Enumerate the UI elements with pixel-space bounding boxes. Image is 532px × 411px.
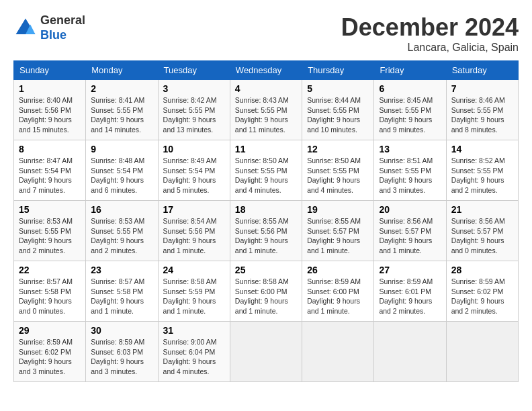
calendar-cell: 14Sunrise: 8:52 AMSunset: 5:55 PMDayligh… bbox=[446, 140, 518, 201]
weekday-header-wednesday: Wednesday bbox=[230, 61, 302, 80]
day-detail: Sunrise: 8:59 AMSunset: 6:03 PMDaylight:… bbox=[91, 337, 152, 377]
weekday-header-row: SundayMondayTuesdayWednesdayThursdayFrid… bbox=[14, 61, 519, 80]
weekday-header-friday: Friday bbox=[374, 61, 446, 80]
day-detail: Sunrise: 8:56 AMSunset: 5:57 PMDaylight:… bbox=[451, 216, 513, 256]
calendar-cell: 23Sunrise: 8:57 AMSunset: 5:58 PMDayligh… bbox=[86, 261, 158, 322]
day-detail: Sunrise: 8:57 AMSunset: 5:58 PMDaylight:… bbox=[91, 277, 152, 316]
calendar-cell: 25Sunrise: 8:58 AMSunset: 6:00 PMDayligh… bbox=[230, 261, 302, 322]
day-detail: Sunrise: 8:42 AMSunset: 5:55 PMDaylight:… bbox=[163, 95, 225, 135]
calendar-cell: 30Sunrise: 8:59 AMSunset: 6:03 PMDayligh… bbox=[86, 322, 158, 382]
calendar-cell: 10Sunrise: 8:49 AMSunset: 5:54 PMDayligh… bbox=[158, 140, 230, 201]
calendar-cell: 5Sunrise: 8:44 AMSunset: 5:55 PMDaylight… bbox=[302, 80, 374, 140]
day-number: 20 bbox=[379, 204, 441, 215]
day-detail: Sunrise: 8:54 AMSunset: 5:56 PMDaylight:… bbox=[163, 216, 225, 256]
day-number: 28 bbox=[451, 265, 513, 275]
day-number: 19 bbox=[307, 204, 369, 215]
logo-text: General Blue bbox=[40, 13, 85, 42]
calendar-table: SundayMondayTuesdayWednesdayThursdayFrid… bbox=[13, 60, 519, 382]
day-detail: Sunrise: 8:47 AMSunset: 5:54 PMDaylight:… bbox=[19, 156, 81, 195]
day-detail: Sunrise: 8:59 AMSunset: 6:01 PMDaylight:… bbox=[379, 277, 441, 316]
day-number: 14 bbox=[451, 144, 513, 154]
day-number: 11 bbox=[235, 144, 297, 154]
calendar-cell: 15Sunrise: 8:53 AMSunset: 5:55 PMDayligh… bbox=[14, 201, 86, 261]
title-block: December 2024 Lancara, Galicia, Spain bbox=[341, 13, 519, 54]
day-detail: Sunrise: 8:57 AMSunset: 5:58 PMDaylight:… bbox=[19, 277, 81, 316]
day-number: 21 bbox=[451, 204, 513, 215]
day-detail: Sunrise: 8:43 AMSunset: 5:55 PMDaylight:… bbox=[235, 95, 297, 135]
day-detail: Sunrise: 8:44 AMSunset: 5:55 PMDaylight:… bbox=[307, 95, 369, 135]
calendar-week-row: 1Sunrise: 8:40 AMSunset: 5:56 PMDaylight… bbox=[14, 80, 519, 140]
calendar-cell: 18Sunrise: 8:55 AMSunset: 5:56 PMDayligh… bbox=[230, 201, 302, 261]
day-detail: Sunrise: 8:51 AMSunset: 5:55 PMDaylight:… bbox=[379, 156, 441, 195]
calendar-cell bbox=[302, 322, 374, 382]
weekday-header-thursday: Thursday bbox=[302, 61, 374, 80]
day-detail: Sunrise: 8:58 AMSunset: 6:00 PMDaylight:… bbox=[235, 277, 297, 316]
calendar-cell: 22Sunrise: 8:57 AMSunset: 5:58 PMDayligh… bbox=[14, 261, 86, 322]
logo: General Blue bbox=[13, 13, 85, 42]
calendar-cell: 21Sunrise: 8:56 AMSunset: 5:57 PMDayligh… bbox=[446, 201, 518, 261]
calendar-cell: 7Sunrise: 8:46 AMSunset: 5:55 PMDaylight… bbox=[446, 80, 518, 140]
day-detail: Sunrise: 8:53 AMSunset: 5:55 PMDaylight:… bbox=[91, 216, 152, 256]
day-number: 25 bbox=[235, 265, 297, 275]
day-number: 3 bbox=[163, 83, 225, 94]
day-number: 12 bbox=[307, 144, 369, 154]
day-detail: Sunrise: 8:41 AMSunset: 5:55 PMDaylight:… bbox=[91, 95, 152, 135]
day-number: 5 bbox=[307, 83, 369, 94]
day-number: 27 bbox=[379, 265, 441, 275]
day-number: 16 bbox=[91, 204, 152, 215]
day-number: 18 bbox=[235, 204, 297, 215]
calendar-cell: 13Sunrise: 8:51 AMSunset: 5:55 PMDayligh… bbox=[374, 140, 446, 201]
day-number: 15 bbox=[19, 204, 81, 215]
day-detail: Sunrise: 8:40 AMSunset: 5:56 PMDaylight:… bbox=[19, 95, 81, 135]
day-detail: Sunrise: 8:46 AMSunset: 5:55 PMDaylight:… bbox=[451, 95, 513, 135]
calendar-week-row: 22Sunrise: 8:57 AMSunset: 5:58 PMDayligh… bbox=[14, 261, 519, 322]
month-year-title: December 2024 bbox=[341, 13, 519, 42]
day-detail: Sunrise: 8:59 AMSunset: 6:02 PMDaylight:… bbox=[19, 337, 81, 377]
calendar-week-row: 8Sunrise: 8:47 AMSunset: 5:54 PMDaylight… bbox=[14, 140, 519, 201]
calendar-cell: 24Sunrise: 8:58 AMSunset: 5:59 PMDayligh… bbox=[158, 261, 230, 322]
day-number: 17 bbox=[163, 204, 225, 215]
weekday-header-sunday: Sunday bbox=[14, 61, 86, 80]
day-number: 8 bbox=[19, 144, 81, 154]
calendar-header: SundayMondayTuesdayWednesdayThursdayFrid… bbox=[14, 61, 519, 80]
day-number: 23 bbox=[91, 265, 152, 275]
day-detail: Sunrise: 8:59 AMSunset: 6:02 PMDaylight:… bbox=[451, 277, 513, 316]
calendar-cell: 9Sunrise: 8:48 AMSunset: 5:54 PMDaylight… bbox=[86, 140, 158, 201]
day-detail: Sunrise: 8:45 AMSunset: 5:55 PMDaylight:… bbox=[379, 95, 441, 135]
day-number: 26 bbox=[307, 265, 369, 275]
calendar-cell: 16Sunrise: 8:53 AMSunset: 5:55 PMDayligh… bbox=[86, 201, 158, 261]
calendar-cell bbox=[230, 322, 302, 382]
location-subtitle: Lancara, Galicia, Spain bbox=[341, 42, 519, 54]
calendar-cell: 26Sunrise: 8:59 AMSunset: 6:00 PMDayligh… bbox=[302, 261, 374, 322]
day-number: 30 bbox=[91, 325, 152, 336]
day-number: 2 bbox=[91, 83, 152, 94]
calendar-cell bbox=[446, 322, 518, 382]
day-number: 4 bbox=[235, 83, 297, 94]
day-detail: Sunrise: 8:52 AMSunset: 5:55 PMDaylight:… bbox=[451, 156, 513, 195]
day-number: 9 bbox=[91, 144, 152, 154]
calendar-cell: 8Sunrise: 8:47 AMSunset: 5:54 PMDaylight… bbox=[14, 140, 86, 201]
day-detail: Sunrise: 8:53 AMSunset: 5:55 PMDaylight:… bbox=[19, 216, 81, 256]
calendar-cell: 28Sunrise: 8:59 AMSunset: 6:02 PMDayligh… bbox=[446, 261, 518, 322]
calendar-body: 1Sunrise: 8:40 AMSunset: 5:56 PMDaylight… bbox=[14, 80, 519, 382]
day-number: 22 bbox=[19, 265, 81, 275]
day-detail: Sunrise: 9:00 AMSunset: 6:04 PMDaylight:… bbox=[163, 337, 225, 377]
weekday-header-tuesday: Tuesday bbox=[158, 61, 230, 80]
calendar-cell bbox=[374, 322, 446, 382]
calendar-cell: 29Sunrise: 8:59 AMSunset: 6:02 PMDayligh… bbox=[14, 322, 86, 382]
calendar-cell: 19Sunrise: 8:55 AMSunset: 5:57 PMDayligh… bbox=[302, 201, 374, 261]
day-number: 13 bbox=[379, 144, 441, 154]
calendar-cell: 31Sunrise: 9:00 AMSunset: 6:04 PMDayligh… bbox=[158, 322, 230, 382]
calendar-week-row: 29Sunrise: 8:59 AMSunset: 6:02 PMDayligh… bbox=[14, 322, 519, 382]
day-detail: Sunrise: 8:49 AMSunset: 5:54 PMDaylight:… bbox=[163, 156, 225, 195]
calendar-cell: 2Sunrise: 8:41 AMSunset: 5:55 PMDaylight… bbox=[86, 80, 158, 140]
day-number: 31 bbox=[163, 325, 225, 336]
calendar-cell: 27Sunrise: 8:59 AMSunset: 6:01 PMDayligh… bbox=[374, 261, 446, 322]
day-number: 24 bbox=[163, 265, 225, 275]
day-number: 7 bbox=[451, 83, 513, 94]
calendar-week-row: 15Sunrise: 8:53 AMSunset: 5:55 PMDayligh… bbox=[14, 201, 519, 261]
day-detail: Sunrise: 8:48 AMSunset: 5:54 PMDaylight:… bbox=[91, 156, 152, 195]
calendar-cell: 6Sunrise: 8:45 AMSunset: 5:55 PMDaylight… bbox=[374, 80, 446, 140]
page-header: General Blue December 2024 Lancara, Gali… bbox=[13, 13, 519, 54]
day-detail: Sunrise: 8:59 AMSunset: 6:00 PMDaylight:… bbox=[307, 277, 369, 316]
